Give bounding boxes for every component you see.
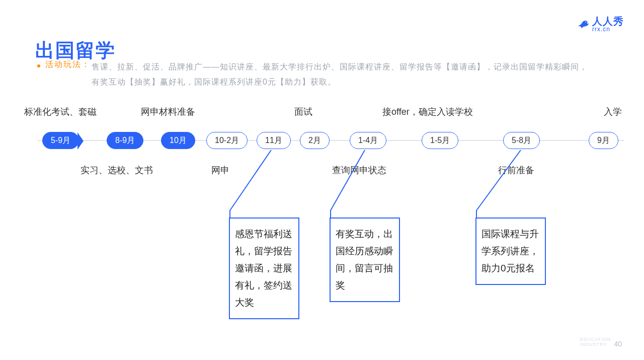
phase-label-offer: 接offer，确定入读学校: [382, 106, 473, 118]
callout-box-thanksgiving: 感恩节福利送礼，留学报告邀请函，进展有礼，签约送大奖: [229, 218, 299, 319]
callout-box-course: 国际课程与升学系列讲座，助力0元报名: [475, 218, 546, 285]
callout-arrow-icon: [330, 150, 370, 221]
callout-arrow-icon: [475, 150, 526, 221]
callout-box-interactive: 有奖互动，出国经历感动瞬间，留言可抽奖: [330, 218, 400, 302]
callout-arrow-icon: [229, 150, 274, 221]
phase-label-exam: 标准化考试、套磁: [24, 106, 97, 118]
timeline-node-2: 2月: [300, 132, 330, 149]
timeline-node-8-9: 8-9月: [107, 132, 143, 149]
timeline-node-1-4: 1-4月: [350, 132, 386, 149]
phase-label-enroll: 入学: [604, 106, 622, 118]
bullet-icon: [37, 64, 40, 67]
page-number: 40: [614, 340, 622, 348]
timeline-node-11: 11月: [257, 132, 291, 149]
phase-label-intern: 实习、选校、文书: [80, 164, 153, 176]
logo-text-main: 人人秀: [592, 16, 624, 26]
description-text: 售课、拉新、促活、品牌推广——知识讲座、最新大学排行出炉、国际课程讲座、留学报告…: [92, 59, 595, 90]
timeline-node-9: 9月: [589, 132, 618, 149]
timeline-node-5-8: 5-8月: [503, 132, 540, 149]
timeline-node-10: 10月: [161, 132, 195, 149]
brand-logo: 人人秀 rrx.cn: [576, 16, 624, 32]
phase-label-prep: 网申材料准备: [141, 106, 195, 118]
description-label: 活动玩法：: [45, 59, 91, 70]
callout-text: 有奖互动，出国经历感动瞬间，留言可抽奖: [336, 229, 393, 291]
callout-text: 国际课程与升学系列讲座，助力0元报名: [481, 229, 539, 273]
timeline-node-1-5: 1-5月: [422, 132, 458, 149]
logo-text-sub: rrx.cn: [592, 26, 624, 32]
phase-label-apply: 网申: [211, 164, 229, 176]
phase-label-interview: 面试: [294, 106, 312, 118]
svg-point-0: [585, 22, 586, 23]
page-tag: EDUCATION INDUSTRY: [580, 337, 611, 347]
timeline-node-5-9: 5-9月: [42, 132, 79, 149]
bird-icon: [576, 17, 590, 31]
timeline-node-10-2: 10-2月: [206, 132, 248, 149]
callout-text: 感恩节福利送礼，留学报告邀请函，进展有礼，签约送大奖: [235, 229, 292, 308]
